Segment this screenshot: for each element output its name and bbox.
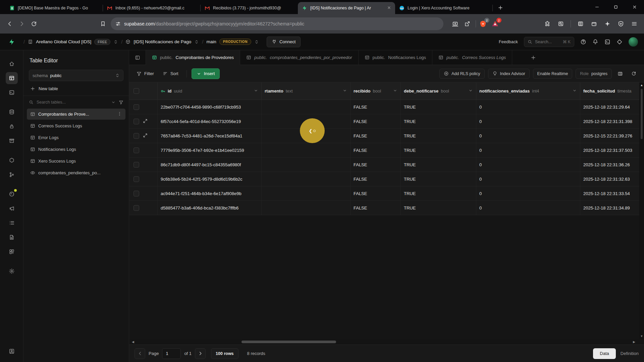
rail-item-reports[interactable] (6, 202, 18, 215)
cell-debe_notificarse[interactable]: TRUE (401, 186, 476, 200)
expand-row-button[interactable] (143, 119, 148, 124)
cell-rtamento[interactable] (262, 100, 351, 114)
cell-debe_notificarse[interactable]: TRUE (401, 172, 476, 186)
row-checkbox[interactable] (133, 119, 139, 124)
cell-rtamento[interactable] (262, 172, 351, 186)
global-search[interactable]: Search... ⌘ K (524, 37, 574, 47)
sidebar-table-item[interactable]: Notificaciones Logs (27, 144, 125, 155)
sidebar-table-item[interactable]: comprobantes_pendientes_po... (27, 167, 125, 178)
table-options-button[interactable] (117, 111, 122, 117)
row-checkbox[interactable] (133, 176, 139, 182)
address-bar[interactable]: supabase.com/dashboard/project/gwplsqzhs… (111, 17, 443, 30)
view-columns-button[interactable] (615, 69, 625, 79)
avatar[interactable] (629, 37, 638, 47)
cell-id[interactable]: 7779e95b-3506-47e7-b92e-e1b41ee02159 (158, 143, 262, 157)
row-checkbox[interactable] (133, 147, 139, 153)
rail-item-api-docs[interactable] (6, 231, 18, 243)
scroll-right-arrow[interactable]: ▶ (633, 340, 635, 344)
filter-button[interactable]: Filter (133, 69, 157, 78)
sidebar-table-item[interactable]: Comprobantes de Prove... (27, 109, 125, 120)
browser-tab[interactable]: Inbox (9,655) - nehuenv620@gmail.c (103, 2, 200, 14)
row-checkbox[interactable] (133, 133, 139, 139)
branch-switcher-chevrons-icon[interactable] (254, 40, 259, 44)
expand-row-button[interactable] (143, 133, 148, 139)
entity-tab[interactable]: public.Comprobantes de Provedores (146, 50, 240, 65)
branch-name[interactable]: main (206, 39, 216, 44)
row-select-cell[interactable] (129, 143, 158, 157)
column-menu-button[interactable] (468, 88, 473, 94)
notifications-button[interactable] (592, 39, 598, 45)
reload-button[interactable] (28, 18, 40, 29)
rail-item-branching[interactable] (6, 169, 18, 181)
brave-shields-button[interactable]: 2 (479, 19, 487, 28)
scroll-down-arrow[interactable]: ▼ (640, 335, 643, 338)
cell-id[interactable]: 6f57cc44-5efa-401d-84ec-552732056e19 (158, 114, 262, 128)
horizontal-scrollbar[interactable]: ◀ ▶ (129, 339, 644, 345)
vertical-scrollbar[interactable]: ▲ ▼ (639, 82, 644, 339)
project-switcher-chevrons-icon[interactable] (194, 40, 199, 44)
collapse-sidebar-button[interactable] (129, 50, 146, 65)
row-checkbox[interactable] (133, 162, 139, 168)
sort-button[interactable]: Sort (159, 69, 182, 78)
index-advisor-button[interactable]: Index Advisor (488, 69, 530, 79)
browser-tab[interactable]: [DEMO] Base Maestra de Pagos - Go (5, 2, 103, 14)
column-header-notificaciones_enviadas[interactable]: notificaciones_enviadasint4 (476, 82, 580, 100)
new-tab-button[interactable] (495, 3, 505, 13)
row-checkbox[interactable] (133, 191, 139, 196)
cell-id[interactable]: 86c71db9-d80f-4497-bc15-c84355a6980f (158, 158, 262, 172)
leo-ai-button[interactable] (602, 18, 613, 29)
rail-item-project-settings[interactable] (6, 265, 18, 277)
cell-debe_notificarse[interactable]: TRUE (401, 100, 476, 114)
column-header-rtamento[interactable]: rtamentotext (262, 82, 351, 100)
vpn-button[interactable] (615, 18, 627, 29)
add-rls-policy-button[interactable]: Add RLS policy (439, 69, 484, 79)
inbox-button[interactable] (616, 39, 623, 45)
insert-button[interactable]: Insert (192, 68, 220, 79)
cell-recibido[interactable]: FALSE (351, 172, 401, 186)
cell-recibido[interactable]: FALSE (351, 201, 401, 215)
scroll-left-arrow[interactable]: ◀ (132, 340, 134, 344)
select-all-checkbox[interactable] (133, 88, 139, 94)
table-row[interactable]: 6f57cc44-5efa-401d-84ec-552732056e19FALS… (129, 114, 639, 129)
enable-realtime-button[interactable]: Enable Realtime (533, 69, 573, 79)
vertical-scroll-thumb[interactable] (641, 89, 643, 139)
column-menu-button[interactable] (572, 88, 577, 94)
cell-recibido[interactable]: FALSE (351, 100, 401, 114)
search-tables-input[interactable] (37, 100, 108, 105)
rail-item-home[interactable] (6, 58, 18, 70)
sql-terminal-button[interactable] (604, 39, 610, 45)
cell-rtamento[interactable] (262, 186, 351, 200)
cell-recibido[interactable]: FALSE (351, 129, 401, 143)
definition-view-button[interactable]: Definition (621, 351, 639, 356)
cell-notificaciones_enviadas[interactable]: 0 (476, 186, 580, 200)
new-entity-tab-button[interactable] (526, 50, 541, 65)
cell-fecha_solicitud[interactable]: 2025-12-18 22:31:37.503 (580, 143, 639, 157)
sidebar-table-item[interactable]: Xero Success Logs (27, 156, 125, 167)
sidebar-table-item[interactable]: Error Logs (27, 132, 125, 143)
row-select-cell[interactable] (129, 129, 158, 143)
cell-rtamento[interactable] (262, 158, 351, 172)
cell-debe_notificarse[interactable]: TRUE (401, 129, 476, 143)
next-page-button[interactable] (195, 348, 206, 359)
back-button[interactable] (4, 18, 15, 29)
rail-item-account[interactable] (6, 345, 18, 357)
table-row[interactable]: 7657a846-7c53-4481-a26d-7ece15df84a1FALS… (129, 129, 639, 143)
column-menu-button[interactable] (254, 88, 258, 94)
extensions-button[interactable] (542, 18, 553, 29)
table-row[interactable]: 22be077f-c704-4458-9890-c68f719cb953FALS… (129, 100, 639, 114)
menu-button[interactable] (629, 18, 640, 29)
column-menu-button[interactable] (393, 88, 397, 94)
cell-id[interactable]: d5885477-b3a6-406d-bca2-f383bc7fffb6 (158, 201, 262, 215)
row-select-cell[interactable] (129, 201, 158, 215)
row-checkbox[interactable] (133, 104, 139, 110)
rows-per-page-button[interactable]: 100 rows (211, 348, 238, 359)
forward-button[interactable] (16, 18, 28, 29)
scroll-up-arrow[interactable]: ▲ (640, 84, 643, 87)
rail-item-storage[interactable] (6, 135, 18, 147)
cell-id[interactable]: 9c6b38e6-5b24-42f1-9579-d8d6d19b6b2c (158, 172, 262, 186)
schema-select[interactable]: schema public (29, 70, 123, 81)
rail-item-integrations[interactable] (6, 246, 18, 258)
entity-tab[interactable]: public.Notificaciones Logs (359, 50, 432, 65)
minimize-button[interactable] (588, 0, 606, 14)
install-app-button[interactable] (449, 18, 461, 29)
